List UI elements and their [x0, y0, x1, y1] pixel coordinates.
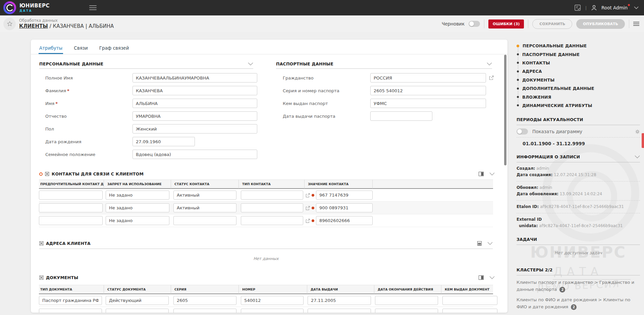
passport-issuer-input[interactable]	[370, 99, 486, 108]
external-link-icon[interactable]	[306, 218, 310, 224]
main-menu-icon[interactable]	[89, 4, 97, 11]
clusters-section: КЛАСТЕРЫ 2/2 Клиенты паспорт и гражданст…	[517, 267, 640, 310]
cluster-link[interactable]: Клиенты по ФИО и дате рождения > Клиенты…	[517, 296, 640, 310]
contact-value-input[interactable]	[316, 216, 373, 225]
contact-status-input[interactable]	[173, 191, 236, 200]
passport-issue-date-input[interactable]	[370, 111, 432, 121]
external-link-icon[interactable]	[489, 75, 494, 80]
document-number-input[interactable]	[241, 309, 304, 313]
document-expiry-date-input[interactable]	[375, 296, 438, 305]
column-header: ТИП КОНТАКТА	[239, 180, 305, 189]
contact-type-input[interactable]	[241, 203, 303, 212]
documents-table: ТИП ДОКУМЕНТА СТАТУС ДОКУМЕНТА СЕРИЯ НОМ…	[39, 285, 493, 313]
contact-status-input[interactable]	[173, 216, 236, 225]
document-issue-date-input[interactable]	[308, 296, 371, 305]
document-type-input[interactable]	[39, 309, 102, 313]
document-expiry-date-input[interactable]	[375, 309, 438, 313]
tab-relations-graph[interactable]: Граф связей	[99, 42, 130, 54]
show-diagram-toggle[interactable]	[517, 128, 528, 135]
field-label: Фамилия*	[39, 88, 132, 93]
sidebar-item-documents[interactable]: ДОКУМЕНТЫ	[517, 76, 640, 84]
more-actions-icon[interactable]	[633, 21, 639, 27]
collapse-chevron-icon[interactable]	[489, 172, 495, 175]
publish-button[interactable]: ОПУБЛИКОВАТЬ	[576, 19, 625, 29]
column-header: ЗАПРЕТ НА ИСПОЛЬЗОВАНИЕ	[104, 180, 171, 189]
marital-status-input[interactable]	[132, 150, 257, 159]
topbar-divider: |	[585, 5, 587, 10]
sidebar-item-attachments[interactable]: ВЛОЖЕНИЯ	[517, 93, 640, 101]
column-header: КЕМ ВЫДАН ДОКУМЕНТ	[441, 285, 493, 294]
collapse-chevron-icon[interactable]	[487, 62, 492, 65]
last-name-input[interactable]	[132, 86, 257, 95]
collapse-chevron-icon[interactable]	[489, 276, 495, 279]
document-issuer-input[interactable]	[442, 296, 497, 305]
first-name-input[interactable]	[132, 99, 257, 108]
user-icon[interactable]	[591, 4, 597, 11]
preferred-contact-input[interactable]	[39, 216, 103, 225]
middle-name-input[interactable]	[132, 111, 257, 121]
document-status-input[interactable]	[106, 296, 169, 305]
save-button[interactable]: СОХРАНИТЬ	[532, 19, 572, 29]
sidebar-item-contacts[interactable]: КОНТАКТЫ	[517, 59, 640, 67]
collapse-chevron-icon[interactable]	[248, 62, 253, 65]
contact-value-input[interactable]	[316, 203, 373, 212]
contact-ban-input[interactable]	[106, 203, 169, 212]
document-issue-date-input[interactable]	[308, 309, 371, 313]
document-issuer-input[interactable]	[442, 309, 497, 313]
contact-value-status-dot	[312, 219, 314, 222]
preferred-contact-input[interactable]	[39, 191, 103, 200]
external-link-icon[interactable]	[306, 193, 310, 199]
sidebar-item-dynamic-attributes[interactable]: ДИНАМИЧЕСКИЕ АТРИБУТЫ	[517, 101, 640, 110]
documents-table-header: ТИП ДОКУМЕНТА СТАТУС ДОКУМЕНТА СЕРИЯ НОМ…	[39, 285, 493, 294]
show-diagram-label: Показать диаграмму	[532, 129, 631, 134]
document-series-input[interactable]	[173, 309, 236, 313]
bullet-icon	[517, 62, 519, 64]
bullet-icon	[517, 96, 519, 98]
document-series-input[interactable]	[173, 296, 236, 305]
external-link-icon[interactable]	[306, 205, 310, 212]
full-name-input[interactable]	[132, 73, 257, 83]
contact-status-input[interactable]	[173, 203, 236, 212]
user-menu[interactable]: Root Admin	[601, 5, 630, 10]
contact-type-input[interactable]	[241, 191, 303, 200]
gear-icon[interactable]	[635, 129, 640, 134]
document-number-input[interactable]	[241, 296, 304, 305]
addresses-title: АДРЕСА КЛИЕНТА	[46, 241, 91, 246]
draft-toggle[interactable]	[469, 21, 480, 27]
sidebar-item-additional-data[interactable]: ДОПОЛНИТЕЛЬНЫЕ ДАННЫЕ	[517, 84, 640, 93]
favorite-star-button[interactable]	[3, 18, 16, 30]
contact-ban-input[interactable]	[106, 216, 169, 225]
sidebar-item-passport-data[interactable]: ПАСПОРТНЫЕ ДАННЫЕ	[517, 50, 640, 58]
star-icon	[7, 21, 13, 27]
passport-series-number-input[interactable]	[370, 86, 486, 95]
sidebar-item-personal-data[interactable]: ПЕРСОНАЛЬНЫЕ ДАННЫЕ	[517, 42, 640, 50]
preferred-contact-input[interactable]	[39, 203, 103, 212]
collapse-chevron-icon[interactable]	[635, 155, 640, 158]
sidebar-item-addresses[interactable]: АДРЕСА	[517, 67, 640, 75]
validity-range[interactable]: 01.01.1900 - 31.12.9999	[517, 138, 640, 147]
citizenship-input[interactable]	[370, 73, 486, 83]
tab-attributes[interactable]: Атрибуты	[39, 42, 63, 54]
birth-date-input[interactable]	[132, 137, 195, 146]
table-columns-icon[interactable]	[479, 275, 484, 280]
user-menu-chevron-icon[interactable]	[634, 6, 639, 9]
field-full-name: Полное Имя	[39, 71, 261, 84]
app-logo[interactable]: ЮНИВЕРС ДАТА	[3, 1, 50, 14]
external-id-info: External ID unidata: af9c827a-4047-11ef-…	[517, 213, 640, 232]
gender-input[interactable]	[132, 124, 257, 134]
error-scroll-marker[interactable]	[642, 133, 644, 148]
contact-ban-input[interactable]	[106, 191, 169, 200]
document-status-input[interactable]	[106, 309, 169, 313]
panel-scrollbar[interactable]	[504, 55, 506, 165]
contact-value-input[interactable]	[316, 191, 373, 200]
document-type-input[interactable]	[39, 296, 102, 305]
collapse-chevron-icon[interactable]	[487, 242, 493, 245]
tab-relations[interactable]: Связи	[73, 42, 88, 54]
table-rows-icon[interactable]	[477, 241, 482, 246]
tasks-checklist-icon[interactable]	[574, 4, 581, 11]
cluster-link[interactable]: Клиенты паспорт и гражданство > Гражданс…	[517, 279, 640, 293]
errors-button[interactable]: ОШИБКИ (3)	[488, 19, 524, 29]
contact-type-input[interactable]	[241, 216, 303, 225]
breadcrumb-clients-link[interactable]: КЛИЕНТЫ	[19, 23, 48, 29]
table-columns-icon[interactable]	[479, 172, 484, 176]
